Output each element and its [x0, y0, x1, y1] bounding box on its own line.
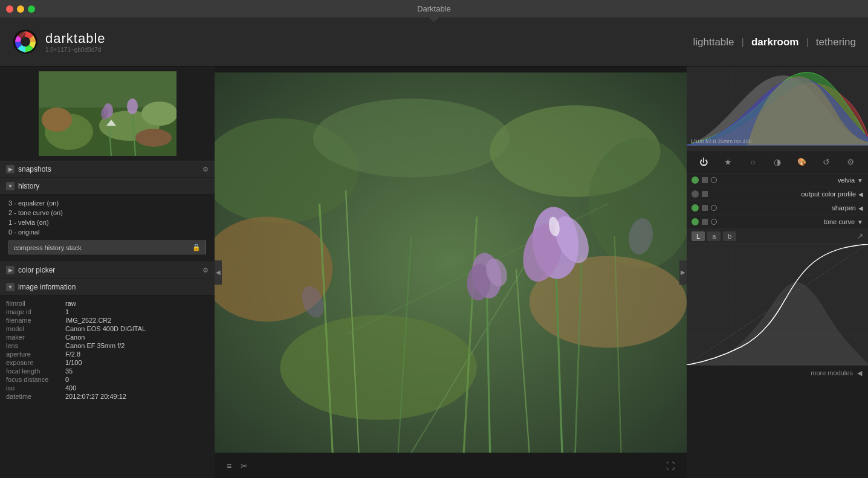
output-color-eq-button[interactable] — [702, 191, 708, 197]
compress-history-label: compress history stack — [14, 244, 82, 251]
svg-point-12 — [101, 108, 108, 120]
tone-curve-eq-button[interactable] — [702, 219, 708, 225]
nav-darkroom[interactable]: darkroom — [751, 36, 798, 48]
color-picker-header[interactable]: ▶ color picker ⚙ — [0, 262, 215, 279]
module-icons-bar: ⏻ ★ ○ ◑ 🎨 ↺ ⚙ — [687, 151, 868, 173]
snapshots-header[interactable]: ▶ snapshots ⚙ — [0, 161, 215, 178]
snapshots-settings-icon[interactable]: ⚙ — [202, 166, 209, 173]
top-navigation: lighttable | darkroom | tethering — [693, 36, 857, 48]
nav-separator-1: | — [742, 36, 744, 48]
app-version: 1.0+1171~gb0d0d7d — [45, 47, 106, 53]
nav-lighttable[interactable]: lighttable — [693, 36, 734, 48]
history-header[interactable]: ▼ history — [0, 178, 215, 195]
svg-point-8 — [135, 129, 172, 147]
tone-curve-enable-toggle[interactable] — [691, 218, 699, 225]
fullscreen-icon[interactable]: ⛶ — [666, 461, 675, 471]
tone-curve-mask-button[interactable] — [711, 219, 717, 225]
tone-curve-dropdown[interactable]: ▼ — [857, 219, 863, 225]
info-value-imageid: 1 — [65, 308, 69, 315]
info-row-filename: filename IMG_2522.CR2 — [6, 316, 209, 325]
velvia-eq-button[interactable] — [702, 177, 708, 183]
output-color-left — [691, 190, 708, 198]
color-picker-title: color picker — [18, 266, 55, 274]
tone-curve-editor: L a b ↗ — [687, 229, 868, 365]
info-row-lens: lens Canon EF 35mm f/2 — [6, 341, 209, 350]
app-logo: darktable 1.0+1171~gb0d0d7d — [12, 28, 106, 56]
right-sidebar-toggle[interactable]: ▶ — [679, 260, 687, 285]
color-picker-settings-icon[interactable]: ⚙ — [202, 266, 209, 274]
main-photo — [215, 71, 687, 454]
tone-curve-canvas[interactable] — [687, 244, 868, 365]
info-value-lens: Canon EF 35mm f/2 — [65, 342, 125, 349]
history-section: ▼ history 3 - equalizer (on) 2 - tone cu… — [0, 178, 215, 262]
velvia-mask-button[interactable] — [711, 177, 717, 183]
module-icon-palette[interactable]: 🎨 — [795, 155, 809, 169]
maximize-button[interactable] — [28, 5, 35, 13]
window-controls[interactable] — [6, 5, 35, 13]
info-value-datetime: 2012:07:27 20:49:12 — [65, 393, 126, 400]
info-value-model: Canon EOS 400D DIGITAL — [65, 325, 146, 332]
info-row-focal: focal length 35 — [6, 367, 209, 375]
sharpen-eq-button[interactable] — [702, 205, 708, 211]
compress-history-button[interactable]: compress history stack 🔒 — [8, 241, 206, 254]
titlebar: Darktable — [0, 0, 868, 18]
info-label-exposure: exposure — [6, 359, 60, 366]
output-color-enable-toggle[interactable] — [691, 190, 699, 198]
sharpen-mask-button[interactable] — [711, 205, 717, 211]
image-information-section: ▼ image information filmroll raw image i… — [0, 279, 215, 404]
module-icon-power[interactable]: ⏻ — [696, 155, 711, 169]
menu-icon[interactable]: ≡ — [227, 461, 232, 471]
scissors-icon[interactable]: ✂ — [241, 461, 248, 471]
left-sidebar-toggle[interactable]: ◀ — [215, 260, 222, 285]
history-item-2[interactable]: 2 - tone curve (on) — [6, 208, 209, 218]
info-label-filmroll: filmroll — [6, 300, 60, 307]
tone-curve-tab-L[interactable]: L — [691, 231, 705, 241]
main-layout: ▶ snapshots ⚙ ▼ history 3 - equalizer (o… — [0, 66, 868, 478]
tone-curve-module-name[interactable]: tone curve — [824, 218, 855, 225]
history-item-0[interactable]: 0 - original — [6, 227, 209, 237]
module-icon-star[interactable]: ★ — [721, 155, 736, 169]
close-button[interactable] — [6, 5, 13, 13]
image-info-header[interactable]: ▼ image information — [0, 279, 215, 296]
histogram-chart: 1/100 f/2.8 35mm iso 400 — [687, 66, 868, 151]
thumbnail-container — [0, 66, 215, 161]
snapshots-collapse-icon[interactable]: ▶ — [6, 165, 15, 173]
history-item-1[interactable]: 1 - velvia (on) — [6, 218, 209, 227]
history-collapse-icon[interactable]: ▼ — [6, 182, 15, 190]
snapshots-section: ▶ snapshots ⚙ — [0, 161, 215, 178]
velvia-dropdown[interactable]: ▼ — [857, 177, 863, 184]
tone-curve-expand-icon[interactable]: ↗ — [857, 232, 863, 241]
info-label-focus: focus distance — [6, 376, 60, 383]
image-info-header-left: ▼ image information — [6, 283, 76, 291]
color-picker-collapse-icon[interactable]: ▶ — [6, 266, 15, 274]
more-modules-row[interactable]: more modules ◀ — [687, 365, 868, 381]
window-title: Darktable — [417, 4, 451, 13]
info-label-iso: iso — [6, 384, 60, 392]
snapshots-header-left: ▶ snapshots — [6, 165, 51, 173]
sharpen-module-name[interactable]: sharpen — [832, 204, 856, 212]
tone-curve-tab-a[interactable]: a — [707, 231, 721, 241]
tone-curve-svg — [687, 244, 868, 365]
output-color-module-name[interactable]: output color profile — [802, 190, 857, 198]
tone-curve-tab-b[interactable]: b — [723, 231, 736, 241]
module-icon-refresh[interactable]: ↺ — [819, 155, 834, 169]
module-icon-halfcircle[interactable]: ◑ — [770, 155, 785, 169]
center-area: ≡ ✂ ⛶ — [215, 66, 687, 478]
tone-curve-tabs-header: L a b ↗ — [687, 229, 868, 244]
minimize-button[interactable] — [17, 5, 24, 13]
module-icon-circle[interactable]: ○ — [745, 155, 760, 169]
velvia-enable-toggle[interactable] — [691, 176, 699, 184]
image-info-collapse-icon[interactable]: ▼ — [6, 283, 15, 291]
info-label-filename: filename — [6, 317, 60, 324]
sharpen-enable-toggle[interactable] — [691, 204, 699, 212]
svg-point-6 — [141, 102, 177, 126]
output-color-dropdown[interactable]: ◀ — [858, 191, 863, 198]
module-icon-gear[interactable]: ⚙ — [844, 155, 858, 169]
nav-tethering[interactable]: tethering — [816, 36, 856, 48]
info-row-aperture: aperture F/2.8 — [6, 350, 209, 358]
history-header-left: ▼ history — [6, 182, 39, 190]
velvia-module-name[interactable]: velvia — [838, 176, 855, 184]
info-value-maker: Canon — [65, 334, 85, 341]
history-item-3[interactable]: 3 - equalizer (on) — [6, 198, 209, 208]
sharpen-dropdown[interactable]: ◀ — [858, 205, 863, 212]
